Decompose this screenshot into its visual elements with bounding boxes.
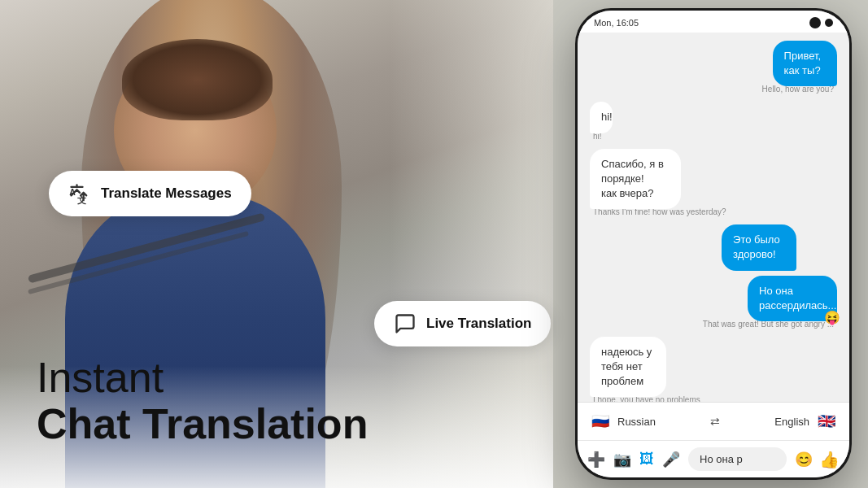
msg-text-5: Но она рассердилась... xyxy=(759,285,836,312)
status-time: Mon, 16:05 xyxy=(594,18,639,28)
message-5: Но она рассердилась... 😝 That was great!… xyxy=(700,276,837,332)
message-3: Спасибо, я в порядке!как вчера? Thanks I… xyxy=(590,149,730,220)
camera-area xyxy=(809,17,833,28)
status-bar: Mon, 16:05 xyxy=(578,11,849,33)
msg-translation-3: Thanks I'm fine! how was yesterday? xyxy=(590,207,730,220)
camera-sensor xyxy=(825,19,833,27)
msg-translation-5: That was great! But she got angry ... xyxy=(700,320,837,332)
message-1: Привет, как ты? Hello, how are you? xyxy=(738,41,837,97)
swap-languages-button[interactable]: ⇄ xyxy=(662,415,768,428)
target-flag: 🇬🇧 xyxy=(816,411,837,432)
message-2: hi! hi! xyxy=(590,102,624,143)
message-input[interactable]: Но она р xyxy=(688,447,787,471)
image-icon[interactable]: 🖼 xyxy=(639,451,654,468)
input-send-actions: 😊 👍 xyxy=(795,450,840,469)
phone-screen: Mon, 16:05 Привет, как ты? Hello, how ar… xyxy=(578,11,849,477)
live-translation-badge: Live Translation xyxy=(374,301,551,346)
msg-text-3: Спасибо, я в порядке!как вчера? xyxy=(601,158,664,199)
phone-mockup: Mon, 16:05 Привет, как ты? Hello, how ar… xyxy=(575,8,852,480)
msg-text-1: Привет, как ты? xyxy=(784,50,822,76)
message-4: Это было здорово! xyxy=(722,224,837,270)
language-bar[interactable]: 🇷🇺 Russian ⇄ English 🇬🇧 xyxy=(578,402,849,440)
mic-icon[interactable]: 🎤 xyxy=(662,451,680,468)
bubble-in-6: надеюсь у тебя нетпроблем xyxy=(590,337,666,398)
phone-frame: Mon, 16:05 Привет, как ты? Hello, how ar… xyxy=(575,8,852,480)
bubble-out-5: Но она рассердилась... 😝 xyxy=(748,276,837,321)
chat-messages[interactable]: Привет, как ты? Hello, how are you? hi! … xyxy=(578,33,849,402)
bubble-out-1: Привет, как ты? xyxy=(773,41,837,86)
add-icon[interactable]: ➕ xyxy=(587,451,605,468)
msg-translation-1: Hello, how are you? xyxy=(759,85,837,97)
translate-messages-badge: A 文 Translate Messages xyxy=(49,171,251,216)
msg-text-4: Это было здорово! xyxy=(733,233,780,260)
bubble-out-4: Это было здорово! xyxy=(722,224,796,270)
target-language: English xyxy=(774,416,809,428)
title-line1: Instant xyxy=(37,355,368,401)
msg-translation-2: hi! xyxy=(590,132,605,144)
source-flag: 🇷🇺 xyxy=(590,411,611,432)
input-text: Но она р xyxy=(700,453,743,465)
translate-icon: A 文 xyxy=(68,182,91,205)
bubble-in-3: Спасибо, я в порядке!как вчера? xyxy=(590,149,681,210)
emoji-button[interactable]: 😊 xyxy=(795,451,813,468)
title-line2: Chat Translation xyxy=(37,401,368,447)
input-action-icons: ➕ 📷 🖼 🎤 xyxy=(587,451,680,468)
translate-badge-label: Translate Messages xyxy=(101,185,232,202)
send-button[interactable]: 👍 xyxy=(819,450,840,469)
msg-text-2: hi! xyxy=(601,111,613,123)
svg-text:文: 文 xyxy=(77,195,86,205)
message-6: надеюсь у тебя нетпроблем I hope, you ha… xyxy=(590,337,708,402)
main-title: Instant Chat Translation xyxy=(37,355,368,447)
camera-icon[interactable]: 📷 xyxy=(613,451,631,468)
svg-text:A: A xyxy=(69,187,76,197)
chat-bubble-icon xyxy=(394,312,417,335)
input-bar[interactable]: ➕ 📷 🖼 🎤 Но она р 😊 👍 xyxy=(578,440,849,477)
msg-emoji-5: 😝 xyxy=(824,309,840,327)
camera-lens xyxy=(809,17,821,28)
source-language: Russian xyxy=(617,416,656,428)
live-badge-label: Live Translation xyxy=(426,316,531,332)
bubble-in-2: hi! xyxy=(590,102,613,133)
msg-text-6: надеюсь у тебя нетпроблем xyxy=(601,346,652,387)
